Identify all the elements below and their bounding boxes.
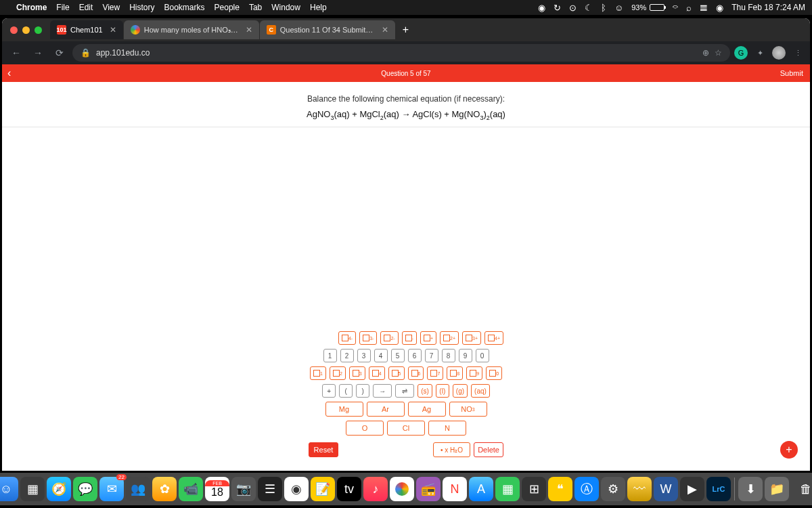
key-state-g[interactable]: (g) <box>453 384 468 398</box>
tab-chem101[interactable]: 101 Chem101 ✕ <box>50 20 123 39</box>
key-charge-minus2[interactable]: 2- <box>380 331 398 345</box>
photos-icon[interactable]: ✿ <box>152 477 177 501</box>
profile-avatar-icon[interactable] <box>772 46 786 60</box>
key-ar[interactable]: Ar <box>367 402 405 417</box>
back-button[interactable]: ← <box>7 44 25 62</box>
key-sub6[interactable]: 6 <box>408 366 424 380</box>
battery-status[interactable]: 93% <box>631 3 664 12</box>
app-store-icon[interactable]: Ⓐ <box>574 477 599 501</box>
key-o[interactable]: O <box>346 421 384 436</box>
key-sub2[interactable]: 2 <box>330 366 346 380</box>
chrome-menu-icon[interactable]: ⋮ <box>791 46 805 60</box>
menu-people[interactable]: People <box>215 3 240 12</box>
delete-button[interactable]: Delete <box>474 442 503 457</box>
submit-button[interactable]: Submit <box>780 69 803 77</box>
key-ag[interactable]: Ag <box>408 402 446 417</box>
notes-icon[interactable]: 📝 <box>311 477 335 501</box>
photobooth-icon[interactable]: 📷 <box>231 477 256 501</box>
help-fab-button[interactable]: + <box>780 441 798 459</box>
extensions-puzzle-icon[interactable]: ✦ <box>753 46 767 60</box>
key-1[interactable]: 1 <box>323 349 337 362</box>
close-tab-icon[interactable]: ✕ <box>110 25 116 35</box>
new-tab-button[interactable]: + <box>396 24 415 36</box>
reset-button[interactable]: Reset <box>309 442 338 457</box>
fullscreen-window-button[interactable] <box>35 26 42 34</box>
key-lparen[interactable]: ( <box>339 384 353 398</box>
menu-tab[interactable]: Tab <box>249 3 262 12</box>
menu-view[interactable]: View <box>102 3 120 12</box>
siri-icon[interactable]: ◉ <box>716 3 723 13</box>
menu-history[interactable]: History <box>129 3 154 12</box>
key-arrow[interactable]: → <box>373 384 392 398</box>
bookmark-star-icon[interactable]: ☆ <box>715 48 722 58</box>
tab-google-search[interactable]: How many moles of HNO₃ will b ✕ <box>124 20 259 39</box>
key-hydrate[interactable]: • x H₂O <box>433 442 470 457</box>
key-sub9[interactable]: 9 <box>466 366 482 380</box>
key-sub0[interactable]: 0 <box>486 366 502 380</box>
key-charge-plus4[interactable]: 4+ <box>484 331 503 345</box>
clock[interactable]: Thu Feb 18 7:24 AM <box>731 3 805 12</box>
music-icon[interactable]: ♪ <box>363 477 388 501</box>
key-no3[interactable]: NO3 <box>449 402 487 417</box>
wifi-icon[interactable]: ⌔ <box>673 3 678 13</box>
app-name[interactable]: Chrome <box>16 3 47 12</box>
key-sub7[interactable]: 7 <box>427 366 443 380</box>
menu-bookmarks[interactable]: Bookmarks <box>164 3 205 12</box>
key-charge-minus4[interactable]: 4- <box>338 331 356 345</box>
stickies-icon[interactable]: ❝ <box>548 477 572 501</box>
quicktime-icon[interactable]: ▶ <box>680 477 704 501</box>
appstore-icon[interactable]: A <box>469 477 493 501</box>
mail-icon[interactable]: ✉ 22 <box>99 477 124 501</box>
podcasts-icon[interactable]: 📻 <box>416 477 441 501</box>
key-8[interactable]: 8 <box>442 349 455 362</box>
calculator-icon[interactable]: ⊞ <box>522 477 546 501</box>
key-plus[interactable]: + <box>322 384 336 398</box>
key-charge-plus3[interactable]: 3+ <box>462 331 481 345</box>
close-window-button[interactable] <box>10 26 18 34</box>
appletv-icon[interactable]: tv <box>337 477 361 501</box>
downloads-icon[interactable]: ⬇ <box>738 477 763 501</box>
minimize-window-button[interactable] <box>22 26 30 34</box>
menu-window[interactable]: Window <box>271 3 300 12</box>
key-7[interactable]: 7 <box>425 349 438 362</box>
key-state-s[interactable]: (s) <box>418 384 432 398</box>
systemprefs-icon[interactable]: ⚙ <box>601 477 625 501</box>
key-sub4[interactable]: 4 <box>369 366 385 380</box>
trash-icon[interactable]: 🗑 <box>794 477 812 501</box>
word-icon[interactable]: W <box>654 477 678 501</box>
news-icon[interactable]: N <box>443 477 467 501</box>
key-rparen[interactable]: ) <box>356 384 369 398</box>
lightroom-icon[interactable]: LrC <box>706 477 731 501</box>
record-icon[interactable]: ⊙ <box>569 3 577 13</box>
key-6[interactable]: 6 <box>408 349 422 362</box>
forward-button[interactable]: → <box>29 44 47 62</box>
key-sub5[interactable]: 5 <box>388 366 405 380</box>
facetime-icon[interactable]: 📹 <box>179 477 203 501</box>
key-charge-plus[interactable]: + <box>420 331 436 345</box>
moon-icon[interactable]: ☾ <box>585 3 593 13</box>
voice-memos-icon[interactable]: 〰 <box>627 477 652 501</box>
key-mg[interactable]: Mg <box>325 402 363 417</box>
safari-icon[interactable]: 🧭 <box>47 477 71 501</box>
grammarly-extension-icon[interactable]: G <box>734 46 748 60</box>
close-tab-icon[interactable]: ✕ <box>382 25 388 35</box>
folder-icon[interactable]: 📁 <box>765 477 789 501</box>
user-icon[interactable]: ☺ <box>614 3 623 13</box>
reload-button[interactable]: ⟳ <box>51 44 68 62</box>
key-state-l[interactable]: (l) <box>436 384 449 398</box>
key-4[interactable]: 4 <box>374 349 388 362</box>
grammarly-menubar-icon[interactable]: ◉ <box>538 3 545 13</box>
chrome-dock-icon[interactable]: ◉ <box>284 477 309 501</box>
key-charge-plus2[interactable]: 2+ <box>440 331 459 345</box>
reminders-icon[interactable]: ☰ <box>258 477 282 501</box>
numbers-icon[interactable]: ▦ <box>495 477 520 501</box>
key-charge-minus3[interactable]: 3- <box>359 331 377 345</box>
calendar-icon[interactable]: FEB 18 <box>205 477 229 501</box>
key-n[interactable]: N <box>428 421 466 436</box>
key-state-aq[interactable]: (aq) <box>471 384 490 398</box>
tab-chegg[interactable]: C Question 11 Of 34 Submit Balan ✕ <box>260 20 395 39</box>
menu-file[interactable]: File <box>56 3 69 12</box>
messages-icon[interactable]: 💬 <box>73 477 97 501</box>
key-sub3[interactable]: 3 <box>349 366 365 380</box>
question-back-icon[interactable]: ‹ <box>7 67 11 79</box>
